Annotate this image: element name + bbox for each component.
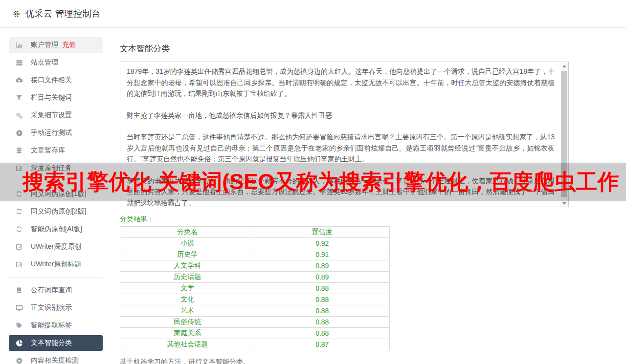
sidebar-item[interactable]: 智能伪原创[AI版]: [9, 221, 103, 237]
play-circle-icon: [15, 129, 23, 137]
bar-chart-icon: [15, 42, 23, 49]
table-row: 其他社会话题0.87: [120, 339, 390, 350]
sidebar-item-label: 手动运行测试: [31, 128, 72, 137]
confidence-cell: 0.88: [255, 305, 390, 317]
sidebar-item[interactable]: UWriter深度原创: [9, 239, 103, 255]
sidebar-item[interactable]: 公有词库查询: [9, 282, 103, 298]
table-header-row: 分类名置信度: [120, 227, 390, 238]
sidebar-item[interactable]: 采集细节设置: [9, 107, 103, 123]
book-icon: [15, 287, 23, 294]
confidence-cell: 0.88: [255, 283, 390, 294]
sidebar-item-label: 栏目与关键词: [31, 93, 72, 102]
classification-table: 分类名置信度 小说0.92历史学0.91人文学科0.89历史话题0.89文学0.…: [120, 226, 390, 350]
category-cell: 民俗传统: [120, 317, 255, 328]
sidebar-item[interactable]: 文本智能分类: [9, 335, 103, 351]
confidence-cell: 0.88: [255, 328, 390, 339]
sidebar-item-label: 内容相关度检测: [31, 356, 79, 364]
refresh-icon: [15, 208, 23, 215]
sidebar-item-label: 文章暂存库: [31, 146, 65, 155]
scroll-up-button[interactable]: [560, 63, 568, 70]
table-row: 民俗传统0.88: [120, 317, 390, 328]
database-icon: [15, 147, 23, 154]
confidence-cell: 0.87: [255, 339, 390, 350]
site-list-icon: [15, 59, 23, 66]
target-icon: [15, 357, 23, 364]
edit-icon: [15, 261, 23, 268]
category-cell: 历史话题: [120, 272, 255, 283]
watermark-overlay: 搜索引擎优化 关键词(SEO又称为搜索引擎优化，百度爬虫工作: [0, 163, 626, 201]
sidebar-item[interactable]: 内容相关度检测: [9, 353, 103, 364]
confidence-cell: 0.88: [255, 294, 390, 305]
result-label: 分类结果：: [120, 215, 569, 224]
category-cell: 其他社会话题: [120, 339, 255, 350]
sidebar-item[interactable]: 栏目与关键词: [9, 90, 103, 106]
table-header-cell: 分类名: [120, 227, 255, 238]
table-row: 历史学0.91: [120, 249, 390, 260]
app-header: 优采云 管理控制台: [0, 0, 626, 28]
tag-icon: [15, 322, 23, 329]
sidebar-item[interactable]: UWriter原创标题: [9, 257, 103, 272]
sidebar-item[interactable]: 接口文件相关: [9, 72, 103, 88]
sidebar-item-label: UWriter深度原创: [31, 242, 81, 251]
sidebar-item-label: 文本智能分类: [31, 339, 72, 347]
category-cell: 文学: [120, 283, 255, 294]
sidebar-item[interactable]: 手动运行测试: [9, 125, 103, 141]
document-paragraph: 当时李莲英还是二总管，这件事他再清楚不过。那么他为何还要冒险向慈禧请求出宫呢？主…: [127, 131, 555, 165]
table-body: 小说0.92历史学0.91人文学科0.89历史话题0.89文学0.88文化0.8…: [120, 238, 390, 350]
table-row: 小说0.92: [120, 238, 390, 249]
sidebar-item-label: 站点管理: [31, 58, 58, 67]
app-title: 优采云 管理控制台: [25, 8, 101, 20]
category-cell: 家庭关系: [120, 328, 255, 339]
sidebar-item-label: 同义词伪原创[2版]: [31, 207, 87, 216]
watermark-text: 搜索引擎优化 关键词(SEO又称为搜索引擎优化，百度爬虫工作: [0, 168, 619, 196]
sidebar-item-label: 公有词库查询: [31, 286, 72, 295]
sidebar-item-label: 正文识别演示: [31, 303, 72, 312]
confidence-cell: 0.89: [255, 260, 390, 272]
table-row: 历史话题0.89: [120, 272, 390, 283]
sidebar-item-label: UWriter原创标题: [31, 260, 81, 269]
table-row: 人文学科0.89: [120, 260, 390, 272]
sidebar-item-label: 采集细节设置: [31, 111, 72, 120]
sidebar-item[interactable]: 正文识别演示: [9, 300, 103, 316]
gears-icon: [15, 111, 23, 119]
document-paragraph: 财主抢了李莲英家一亩地，他成慈禧亲信后如何报复？暴露人性丑恶: [127, 110, 555, 121]
confidence-cell: 0.92: [255, 238, 390, 249]
confidence-cell: 0.88: [255, 317, 390, 328]
sidebar-item[interactable]: 账户管理充值: [9, 37, 103, 53]
sidebar-item[interactable]: 站点管理: [9, 55, 103, 70]
funnel-icon: [15, 94, 23, 101]
footer-note: 基于机器学习的方法，进行文本智能分类。: [120, 358, 569, 364]
category-cell: 历史学: [120, 249, 255, 260]
category-cell: 文化: [120, 294, 255, 305]
table-row: 文化0.88: [120, 294, 390, 305]
sidebar-item-label: 接口文件相关: [31, 76, 72, 85]
sidebar-item[interactable]: 同义词伪原创[2版]: [9, 204, 103, 219]
confidence-cell: 0.89: [255, 272, 390, 283]
sidebar-item-label: 账户管理: [31, 41, 58, 49]
edit-icon: [15, 243, 23, 251]
cloud-upload-icon: [15, 76, 23, 84]
triangle-up-icon: [562, 65, 566, 67]
table-header-cell: 置信度: [255, 227, 390, 238]
sidebar-divider: [6, 277, 103, 278]
category-cell: 人文学科: [120, 260, 255, 272]
category-cell: 小说: [120, 238, 255, 249]
monitor-icon: [15, 304, 23, 312]
document-paragraph: 1879年，31岁的李莲英出任储秀宫四品花翎总管，成为慈禧身边的大红人。这年春天…: [127, 66, 555, 99]
category-cell: 艺术: [120, 305, 255, 317]
sidebar-item-label: 智能提取标签: [31, 321, 72, 330]
confidence-cell: 0.91: [255, 249, 390, 260]
triangle-down-icon: [562, 202, 566, 205]
gear-icon: [12, 10, 21, 18]
refresh-icon: [15, 226, 23, 233]
table-row: 家庭关系0.88: [120, 328, 390, 339]
sidebar-item[interactable]: 文章暂存库: [9, 143, 103, 158]
page-title: 文本智能分类: [120, 43, 569, 54]
table-row: 文学0.88: [120, 283, 390, 294]
pie-chart-icon: [15, 340, 23, 347]
table-row: 艺术0.88: [120, 305, 390, 317]
recharge-link[interactable]: 充值: [62, 41, 76, 49]
sidebar-item[interactable]: 智能提取标签: [9, 318, 103, 333]
sidebar-item-label: 智能伪原创[AI版]: [31, 225, 82, 234]
